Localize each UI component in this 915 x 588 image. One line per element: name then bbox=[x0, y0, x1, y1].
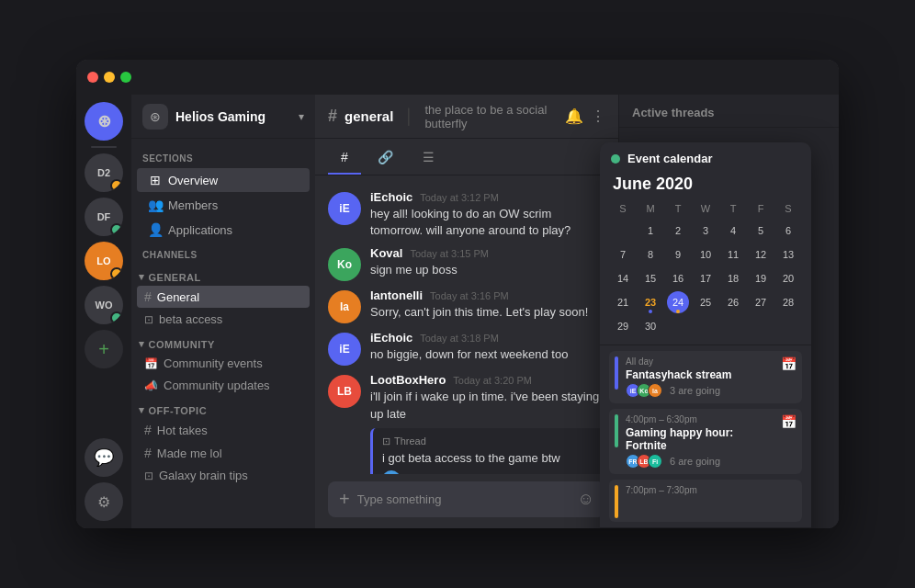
emoji-button[interactable]: ☺ bbox=[578, 490, 594, 509]
server-header[interactable]: ⊛ Helios Gaming ▾ bbox=[131, 95, 315, 139]
calendar-days: 1 2 3 4 5 6 7 8 9 10 11 12 13 14 15 16 1… bbox=[609, 220, 802, 337]
event-name: Fantasyhack stream bbox=[626, 368, 774, 381]
channel-item-hot-takes[interactable]: # Hot takes bbox=[137, 419, 310, 441]
tab-pins[interactable]: ☰ bbox=[410, 141, 447, 175]
cal-day-8[interactable]: 8 bbox=[639, 243, 661, 266]
channel-made-me-lol-label: Made me lol bbox=[157, 447, 222, 460]
server-name: Helios Gaming bbox=[175, 109, 299, 124]
channel-item-community-events[interactable]: 📅 Community events bbox=[137, 353, 310, 374]
add-server-button[interactable]: + bbox=[85, 330, 123, 368]
cal-day-2[interactable]: 2 bbox=[667, 220, 689, 242]
channel-item-made-me-lol[interactable]: # Made me lol bbox=[137, 442, 310, 464]
cal-day-11[interactable]: 11 bbox=[722, 243, 744, 266]
cal-day-28[interactable]: 28 bbox=[777, 291, 799, 313]
title-bar bbox=[76, 60, 839, 95]
server-icon-df[interactable]: DF bbox=[85, 198, 123, 236]
nav-item-applications[interactable]: 👤 Applications bbox=[137, 218, 310, 242]
event-dot bbox=[611, 154, 620, 164]
cal-day-24[interactable]: 24 bbox=[667, 291, 689, 313]
category-general[interactable]: ▾ General bbox=[131, 264, 315, 285]
cal-day-21[interactable]: 21 bbox=[612, 291, 634, 313]
dm-icon[interactable]: 💬 bbox=[85, 438, 123, 477]
message-content: Iantonelli Today at 3:16 PM Sorry, can't… bbox=[370, 288, 605, 321]
cal-day-17[interactable]: 17 bbox=[695, 267, 717, 289]
channel-hot-takes-label: Hot takes bbox=[157, 424, 208, 437]
cal-day-10[interactable]: 10 bbox=[695, 243, 717, 266]
attach-button[interactable]: + bbox=[339, 489, 350, 510]
cal-day-empty bbox=[612, 220, 634, 242]
cal-day-26[interactable]: 26 bbox=[722, 291, 744, 313]
cal-day-5[interactable]: 5 bbox=[750, 220, 772, 242]
cal-day-1[interactable]: 1 bbox=[639, 220, 661, 242]
settings-icon[interactable]: ⚙ bbox=[85, 482, 123, 521]
day-header-w: W bbox=[692, 201, 719, 216]
nav-item-overview[interactable]: ⊞ Overview bbox=[137, 168, 310, 192]
server-icon-lo[interactable]: LO bbox=[85, 242, 123, 280]
message-time: Today at 3:16 PM bbox=[430, 290, 509, 301]
cal-day-25[interactable]: 25 bbox=[695, 291, 717, 313]
channel-item-general[interactable]: # General bbox=[137, 286, 310, 308]
chat-area: # general │ the place to be a social but… bbox=[315, 95, 618, 528]
nav-item-members[interactable]: 👥 Members bbox=[137, 193, 310, 217]
hash-icon: # bbox=[144, 289, 152, 304]
category-offtopic[interactable]: ▾ Off-topic bbox=[131, 397, 315, 418]
channel-item-galaxy-brain[interactable]: ⊡ Galaxy brain tips bbox=[137, 465, 310, 486]
calendar-header: Event calendar bbox=[600, 142, 811, 171]
cal-day-12[interactable]: 12 bbox=[750, 243, 772, 266]
calendar-event[interactable]: All day Fantasyhack stream iE Ko Ia 3 ar… bbox=[609, 351, 802, 403]
cal-day-15[interactable]: 15 bbox=[639, 267, 661, 289]
cal-day-20[interactable]: 20 bbox=[777, 267, 799, 289]
cal-day-3[interactable]: 3 bbox=[695, 220, 717, 242]
channel-item-beta-access[interactable]: ⊡ beta access bbox=[137, 309, 310, 330]
cal-day-9[interactable]: 9 bbox=[667, 243, 689, 266]
tab-threads[interactable]: 🔗 bbox=[365, 141, 406, 175]
message-input[interactable] bbox=[357, 492, 570, 506]
day-headers: S M T W T F S bbox=[609, 201, 802, 216]
header-divider: │ bbox=[404, 108, 413, 125]
close-button[interactable] bbox=[87, 72, 98, 83]
bell-icon[interactable]: 🔔 bbox=[565, 107, 583, 125]
event-time-label: 4:00pm – 6:30pm bbox=[626, 414, 774, 424]
channel-item-community-updates[interactable]: 📣 Community updates bbox=[137, 375, 310, 396]
category-community[interactable]: ▾ Community bbox=[131, 331, 315, 352]
cal-day-30[interactable]: 30 bbox=[639, 315, 661, 337]
thread-text: i got beta access to the game btw bbox=[382, 451, 596, 465]
message-author: iEchoic bbox=[370, 331, 412, 345]
header-actions: 🔔 ⋮ bbox=[565, 107, 605, 125]
cal-day-19[interactable]: 19 bbox=[750, 267, 772, 289]
app-window: ⊛ D2 DF LO WO + 💬 ⚙ bbox=[76, 60, 839, 528]
calendar-month: June 2020 bbox=[600, 171, 811, 201]
avatar: iE bbox=[328, 333, 361, 366]
minimize-button[interactable] bbox=[104, 72, 115, 83]
chevron-offtopic-icon: ▾ bbox=[139, 404, 145, 416]
cal-day-18[interactable]: 18 bbox=[722, 267, 744, 289]
message-text: Sorry, can't join this time. Let's play … bbox=[370, 304, 605, 321]
hash-icon-lol: # bbox=[144, 446, 152, 460]
message-text: i'll join if i wake up in time. i've bee… bbox=[370, 389, 605, 422]
tab-chat[interactable]: # bbox=[328, 141, 361, 175]
calendar-event[interactable]: 4:00pm – 6:30pm Gaming happy hour: Fortn… bbox=[609, 409, 802, 474]
traffic-lights bbox=[87, 72, 131, 83]
cal-day-7[interactable]: 7 bbox=[612, 243, 634, 266]
server-list: ⊛ D2 DF LO WO + 💬 ⚙ bbox=[76, 95, 131, 528]
avatar: Ko bbox=[328, 248, 361, 281]
more-options-icon[interactable]: ⋮ bbox=[591, 107, 605, 125]
cal-day-empty bbox=[750, 315, 772, 337]
cal-day-13[interactable]: 13 bbox=[777, 243, 799, 266]
cal-day-29[interactable]: 29 bbox=[612, 315, 634, 337]
calendar-overlay: Event calendar June 2020 S M T W T F S 1… bbox=[600, 142, 811, 528]
cal-day-16[interactable]: 16 bbox=[667, 267, 689, 289]
server-icon-helios[interactable]: ⊛ bbox=[85, 102, 123, 141]
server-icon-wo[interactable]: WO bbox=[85, 286, 123, 324]
channel-general-label: General bbox=[157, 290, 199, 304]
cal-day-6[interactable]: 6 bbox=[777, 220, 799, 242]
server-icon-d2[interactable]: D2 bbox=[85, 153, 123, 192]
calendar-title: Event calendar bbox=[627, 152, 713, 165]
cal-day-27[interactable]: 27 bbox=[750, 291, 772, 313]
cal-day-4[interactable]: 4 bbox=[722, 220, 744, 242]
cal-day-14[interactable]: 14 bbox=[612, 267, 634, 289]
message-input-area: + ☺ bbox=[315, 474, 618, 528]
calendar-event[interactable]: 7:00pm – 7:30pm bbox=[609, 480, 802, 522]
maximize-button[interactable] bbox=[120, 72, 131, 83]
cal-day-23[interactable]: 23 bbox=[639, 291, 661, 313]
